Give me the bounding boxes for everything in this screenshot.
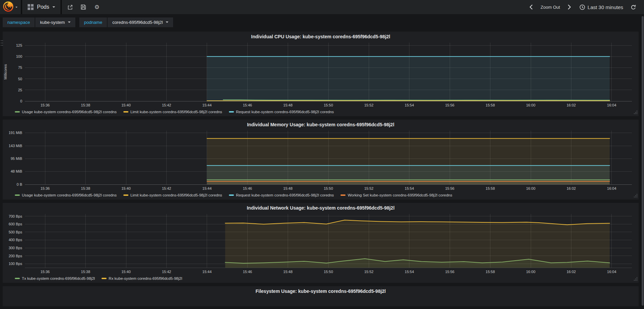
legend-item[interactable]: Working Set kube-system coredns-695f96dc…	[340, 193, 452, 197]
svg-text:15:58: 15:58	[486, 186, 495, 190]
panel-title-filesystem[interactable]: Filesystem Usage: kube-system coredns-69…	[3, 286, 639, 295]
dashboard-picker[interactable]: Pods	[22, 0, 62, 14]
svg-text:15:44: 15:44	[202, 270, 212, 274]
legend-item[interactable]: Request kube-system coredns-695f96dcd5-9…	[229, 193, 334, 197]
panel-resize-handle[interactable]	[634, 276, 638, 282]
svg-text:15:54: 15:54	[405, 186, 414, 190]
legend-series-swatch	[340, 194, 346, 196]
svg-text:16:02: 16:02	[567, 270, 576, 274]
legend-series-swatch	[15, 194, 20, 196]
legend-series-swatch	[15, 278, 20, 279]
dashboard-panels: Individual CPU Usage: kube-system coredn…	[0, 30, 644, 306]
scrollbar[interactable]	[642, 16, 644, 306]
legend-item[interactable]: Rx kube-system coredns-695f96dcd5-98j2l	[102, 276, 182, 280]
svg-text:600 Bps: 600 Bps	[9, 222, 23, 226]
save-button[interactable]	[77, 1, 89, 13]
svg-text:300 Bps: 300 Bps	[9, 246, 23, 250]
time-range-label: Last 30 minutes	[588, 4, 623, 10]
svg-text:15:38: 15:38	[81, 186, 90, 190]
panel-title-memory[interactable]: Individual Memory Usage: kube-system cor…	[3, 120, 639, 128]
time-range-picker[interactable]: Last 30 minutes	[577, 4, 625, 10]
svg-text:16:00: 16:00	[526, 270, 535, 274]
time-shift-back-button[interactable]	[525, 1, 537, 13]
svg-text:15:48: 15:48	[283, 103, 293, 107]
time-controls: Zoom Out Last 30 minutes	[525, 1, 639, 13]
svg-text:15:42: 15:42	[162, 103, 171, 107]
svg-text:48 MiB: 48 MiB	[11, 169, 22, 173]
svg-text:15:56: 15:56	[445, 103, 454, 107]
legend-series-swatch	[229, 194, 234, 196]
dashboard-caret-icon	[52, 6, 55, 8]
svg-text:0 B: 0 B	[16, 182, 22, 186]
network-usage-chart[interactable]: 15:3615:3815:4015:4215:4415:4615:4815:50…	[3, 211, 639, 276]
cpu-chart-legend: Usage kube-system coredns-695f96dcd5-98j…	[3, 109, 639, 116]
legend-series-swatch	[123, 194, 128, 196]
dashboard-grid-icon	[28, 4, 34, 10]
legend-series-label: Limit kube-system coredns-695f96dcd5-98j…	[130, 110, 222, 114]
svg-text:15:50: 15:50	[324, 103, 333, 107]
svg-text:125: 125	[16, 43, 22, 47]
template-variables-row: namespace kube-system podname coredns-69…	[0, 14, 644, 30]
network-chart-legend: Tx kube-system coredns-695f96dcd5-98j2lR…	[3, 276, 639, 283]
svg-text:15:58: 15:58	[486, 270, 495, 274]
row-drag-handle[interactable]	[0, 40, 3, 48]
time-shift-forward-button[interactable]	[563, 1, 575, 13]
svg-text:100 Bps: 100 Bps	[9, 262, 23, 266]
svg-text:16:00: 16:00	[526, 186, 535, 190]
refresh-button[interactable]	[627, 1, 639, 13]
svg-text:16:02: 16:02	[567, 186, 576, 190]
svg-text:95 MiB: 95 MiB	[11, 157, 22, 161]
podname-select[interactable]: coredns-695f96dcd5-98j2l	[108, 17, 173, 27]
panel-filesystem-usage: Filesystem Usage: kube-system coredns-69…	[3, 286, 639, 306]
settings-gear-icon[interactable]: ⚙	[91, 1, 103, 13]
memory-chart-legend: Usage kube-system coredns-695f96dcd5-98j…	[3, 192, 639, 200]
svg-text:Millicores: Millicores	[3, 64, 7, 80]
svg-text:16:04: 16:04	[607, 186, 616, 190]
legend-item[interactable]: Tx kube-system coredns-695f96dcd5-98j2l	[15, 276, 95, 280]
legend-item[interactable]: Request kube-system coredns-695f96dcd5-9…	[229, 110, 334, 114]
svg-text:143 MiB: 143 MiB	[9, 144, 22, 148]
svg-text:15:40: 15:40	[121, 270, 131, 274]
panel-memory-usage: Individual Memory Usage: kube-system cor…	[3, 120, 639, 200]
svg-text:15:44: 15:44	[202, 103, 212, 107]
legend-series-swatch	[123, 111, 128, 113]
variable-namespace: namespace kube-system	[3, 17, 75, 27]
panel-title-cpu[interactable]: Individual CPU Usage: kube-system coredn…	[3, 32, 639, 40]
legend-item[interactable]: Limit kube-system coredns-695f96dcd5-98j…	[123, 193, 222, 197]
navbar-actions: ⚙ Zoom Out Last 30 minutes	[62, 0, 644, 14]
panel-title-network[interactable]: Individual Network Usage: kube-system co…	[3, 203, 639, 211]
legend-series-swatch	[229, 111, 234, 113]
svg-text:15:58: 15:58	[486, 103, 495, 107]
panel-resize-handle[interactable]	[634, 109, 638, 116]
namespace-label: namespace	[3, 17, 35, 27]
panel-cpu-usage: Individual CPU Usage: kube-system coredn…	[3, 32, 639, 116]
svg-text:16:04: 16:04	[607, 103, 616, 107]
memory-usage-chart[interactable]: 15:3615:3815:4015:4215:4415:4615:4815:50…	[3, 128, 639, 192]
cpu-usage-chart[interactable]: 15:3615:3815:4015:4215:4415:4615:4815:50…	[3, 40, 639, 109]
svg-text:15:38: 15:38	[81, 270, 90, 274]
legend-item[interactable]: Usage kube-system coredns-695f96dcd5-98j…	[15, 110, 117, 114]
svg-text:16:02: 16:02	[567, 103, 576, 107]
legend-series-label: Rx kube-system coredns-695f96dcd5-98j2l	[109, 276, 182, 280]
svg-text:15:48: 15:48	[283, 186, 293, 190]
svg-text:15:56: 15:56	[445, 186, 454, 190]
share-button[interactable]	[64, 1, 76, 13]
svg-text:25: 25	[18, 88, 22, 92]
variable-podname: podname coredns-695f96dcd5-98j2l	[79, 17, 173, 27]
panel-resize-handle[interactable]	[634, 193, 638, 199]
dashboard-title: Pods	[37, 4, 49, 10]
svg-text:16:04: 16:04	[607, 270, 616, 274]
svg-text:400 Bps: 400 Bps	[9, 238, 23, 242]
svg-text:15:54: 15:54	[405, 103, 414, 107]
svg-text:15:56: 15:56	[445, 270, 454, 274]
grafana-menu-caret-icon	[15, 7, 17, 8]
svg-text:15:50: 15:50	[324, 186, 333, 190]
legend-item[interactable]: Usage kube-system coredns-695f96dcd5-98j…	[15, 193, 117, 197]
namespace-select[interactable]: kube-system	[35, 17, 75, 27]
svg-text:15:36: 15:36	[40, 186, 50, 190]
grafana-main-menu[interactable]	[0, 0, 22, 14]
chevron-down-icon	[166, 21, 168, 23]
legend-item[interactable]: Limit kube-system coredns-695f96dcd5-98j…	[123, 110, 222, 114]
svg-text:15:52: 15:52	[364, 103, 374, 107]
zoom-out-button[interactable]: Zoom Out	[539, 5, 561, 10]
